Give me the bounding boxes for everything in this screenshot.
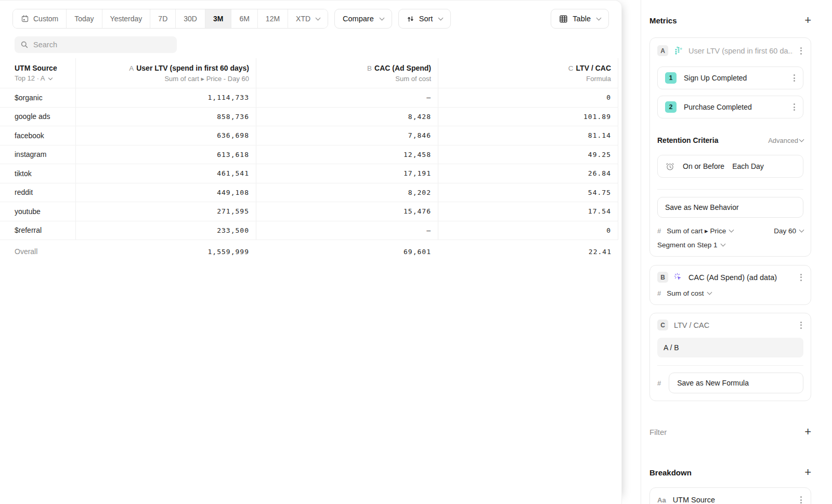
column-header-ltv[interactable]: AUser LTV (spend in first 60 days) Sum o… <box>75 58 256 88</box>
kebab-menu-icon[interactable] <box>792 102 797 112</box>
series-letter: A <box>129 64 134 72</box>
table-view-button[interactable]: Table <box>551 9 609 29</box>
search-bar <box>15 36 177 53</box>
save-as-new-formula-button[interactable]: Save as New Formula <box>669 373 803 393</box>
column-title: User LTV (spend in first 60 days) <box>136 64 249 72</box>
metrics-section-header: Metrics + <box>649 15 811 26</box>
text-property-icon: Aa <box>657 496 666 504</box>
row-source: facebook <box>0 126 75 145</box>
series-letter: B <box>367 64 372 72</box>
advanced-dropdown[interactable]: Advanced <box>768 137 803 144</box>
property-dropdown[interactable]: Sum of cost <box>667 289 711 297</box>
row-ltv-value: 613,618 <box>75 145 256 164</box>
column-header-ltv-cac[interactable]: CLTV / CAC Formula <box>438 58 618 88</box>
date-range-custom[interactable]: Custom <box>13 9 66 28</box>
metric-card-b: B CAC (Ad Spend) (ad data) # Sum of cost <box>649 265 811 305</box>
breakdown-title: Breakdown <box>649 468 692 477</box>
funnel-step-1[interactable]: 1 Sign Up Completed <box>657 67 803 89</box>
date-range-30d[interactable]: 30D <box>175 9 205 28</box>
row-cac-value: – <box>256 88 438 107</box>
row-ratio-value: 54.75 <box>438 183 618 202</box>
date-range-today[interactable]: Today <box>66 9 101 28</box>
table-header-row: UTM Source Top 12 · A AUser LTV (spend i… <box>0 58 618 88</box>
kebab-menu-icon[interactable] <box>799 320 803 330</box>
chevron-down-icon <box>707 290 712 295</box>
overall-ratio-value: 22.41 <box>438 240 618 263</box>
chevron-down-icon <box>596 15 602 20</box>
filter-section-header: Filter + <box>649 426 811 437</box>
breakdown-table: UTM Source Top 12 · A AUser LTV (spend i… <box>0 58 618 263</box>
sort-arrows-icon <box>407 15 414 23</box>
top-12-dropdown[interactable]: Top 12 · A <box>15 74 52 82</box>
search-input[interactable] <box>33 41 171 49</box>
series-b-badge: B <box>657 272 668 283</box>
overall-label: Overall <box>0 240 75 263</box>
row-source: tiktok <box>0 164 75 183</box>
retention-criteria-title: Retention Criteria <box>657 136 718 144</box>
row-source: youtube <box>0 202 75 221</box>
property-dropdown[interactable]: Sum of cart ▸ Price <box>667 227 733 235</box>
save-as-new-behavior-button[interactable]: Save as New Behavior <box>657 197 803 218</box>
date-range-3m[interactable]: 3M <box>205 9 231 28</box>
row-ltv-value: 271,595 <box>75 202 256 221</box>
search-icon <box>20 41 29 49</box>
chevron-down-icon <box>720 242 725 247</box>
chevron-down-icon <box>379 15 384 20</box>
row-cac-value: – <box>256 221 438 240</box>
calendar-icon <box>21 15 29 23</box>
compare-button[interactable]: Compare <box>334 9 392 29</box>
day-window-dropdown[interactable]: Day 60 <box>774 227 803 235</box>
row-ratio-value: 81.14 <box>438 126 618 145</box>
retention-prefix: On or Before <box>683 162 724 170</box>
column-header-utm-source: UTM Source Top 12 · A <box>0 58 75 88</box>
row-ratio-value: 101.89 <box>438 108 618 126</box>
funnel-step-2[interactable]: 2 Purchase Completed <box>657 96 803 118</box>
breakdown-item-utm-source[interactable]: Aa UTM Source <box>649 487 811 504</box>
kebab-menu-icon[interactable] <box>799 495 803 504</box>
row-cac-value: 8,202 <box>256 183 438 202</box>
table-row: youtube 271,595 15,476 17.54 <box>0 202 618 221</box>
date-range-yesterday[interactable]: Yesterday <box>102 9 150 28</box>
row-ratio-value: 0 <box>438 221 618 240</box>
row-source: $referral <box>0 221 75 240</box>
overall-cac-value: 69,601 <box>256 240 438 263</box>
chevron-down-icon <box>316 15 321 20</box>
series-a-badge: A <box>657 45 668 56</box>
date-range-xtd[interactable]: XTD <box>288 9 328 28</box>
table-overall-row: Overall 1,559,999 69,601 22.41 <box>0 240 618 263</box>
step-2-label: Purchase Completed <box>684 103 785 111</box>
column-title: LTV / CAC <box>576 64 611 72</box>
table-row: tiktok 461,541 17,191 26.84 <box>0 164 618 183</box>
segment-on-step-dropdown[interactable]: Segment on Step 1 <box>657 241 803 249</box>
add-breakdown-button[interactable]: + <box>804 467 811 478</box>
add-filter-button[interactable]: + <box>804 426 811 437</box>
filter-title: Filter <box>649 428 667 436</box>
row-source: instagram <box>0 145 75 164</box>
divider <box>657 365 803 366</box>
alarm-clock-icon <box>665 162 675 171</box>
kebab-menu-icon[interactable] <box>792 73 797 83</box>
column-header-cac[interactable]: BCAC (Ad Spend) Sum of cost <box>256 58 438 88</box>
row-ratio-value: 49.25 <box>438 145 618 164</box>
sort-button[interactable]: Sort <box>398 9 451 29</box>
add-metric-button[interactable]: + <box>804 15 811 26</box>
row-source: $organic <box>0 88 75 107</box>
date-range-6m[interactable]: 6M <box>231 9 257 28</box>
date-range-12m[interactable]: 12M <box>257 9 288 28</box>
row-cac-value: 15,476 <box>256 202 438 221</box>
formula-input[interactable]: A / B <box>657 338 803 357</box>
retention-window-control[interactable]: On or Before Each Day <box>657 155 803 178</box>
kebab-menu-icon[interactable] <box>799 46 803 56</box>
row-ratio-value: 0 <box>438 88 618 107</box>
column-subtitle: Sum of cost <box>395 75 431 83</box>
chevron-down-icon <box>799 137 804 142</box>
column-subtitle: Sum of cart ▸ Price - Day 60 <box>164 75 249 83</box>
metric-c-title: LTV / CAC <box>674 321 793 329</box>
table-row: $referral 233,500 – 0 <box>0 221 618 241</box>
row-cac-value: 7,846 <box>256 126 438 145</box>
row-ltv-value: 636,698 <box>75 126 256 145</box>
date-range-7d[interactable]: 7D <box>150 9 175 28</box>
kebab-menu-icon[interactable] <box>799 272 803 283</box>
column-subtitle: Formula <box>586 75 611 83</box>
retention-value: Each Day <box>732 162 764 170</box>
